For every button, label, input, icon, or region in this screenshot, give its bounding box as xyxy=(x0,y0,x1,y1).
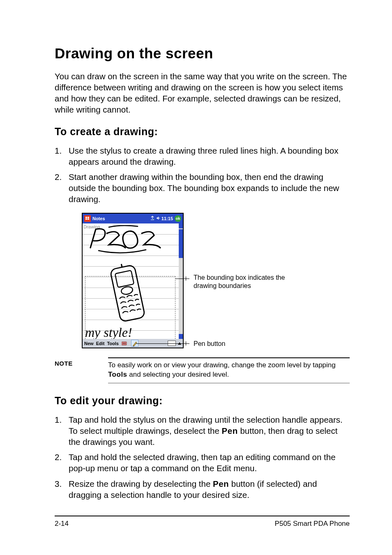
page-footer: 2-14 P505 Smart PDA Phone xyxy=(55,516,350,528)
svg-point-0 xyxy=(153,219,154,220)
menu-edit: Edit xyxy=(96,341,105,346)
section-create-title: To create a drawing: xyxy=(55,126,350,138)
list-item: 2. Tap and hold the selected drawing, th… xyxy=(55,451,350,474)
step-text: Start another drawing within the boundin… xyxy=(69,172,339,204)
note-text: To easily work on or view your drawing, … xyxy=(108,361,336,369)
menu-new: New xyxy=(84,341,94,346)
svg-rect-1 xyxy=(110,265,145,322)
ok-button-icon: ok xyxy=(175,215,181,222)
speaker-icon xyxy=(156,216,160,221)
create-steps-list: 1.Use the stylus to create a drawing thr… xyxy=(55,145,350,205)
clock-time: 11:15 xyxy=(161,216,173,221)
list-item: 1.Use the stylus to create a drawing thr… xyxy=(55,145,350,167)
step-text: Tap and hold the selected drawing, then … xyxy=(69,452,336,473)
intro-paragraph: You can draw on the screen in the same w… xyxy=(55,71,350,115)
svg-point-4 xyxy=(120,286,133,295)
app-title: Notes xyxy=(92,216,105,221)
signal-icon xyxy=(150,216,155,221)
footer-page-number: 2-14 xyxy=(55,520,69,528)
list-item: 3. Resize the drawing by deselecting the… xyxy=(55,478,350,500)
svg-point-8 xyxy=(125,343,126,344)
device-canvas: Drawing xyxy=(83,223,183,339)
windows-flag-icon xyxy=(84,215,91,222)
menu-tools: Tools xyxy=(107,341,119,346)
page-title: Drawing on the screen xyxy=(55,45,350,62)
device-titlebar: Notes 11:15 ok xyxy=(83,214,183,223)
svg-point-7 xyxy=(123,343,124,344)
list-item: 1. Tap and hold the stylus on the drawin… xyxy=(55,414,350,447)
list-item: 2.Start another drawing within the bound… xyxy=(55,171,350,205)
figure: Notes 11:15 ok xyxy=(82,213,350,350)
svg-rect-3 xyxy=(115,270,134,288)
document-page: Drawing on the screen You can draw on th… xyxy=(0,0,392,555)
note-block: NOTE To easily work on or view your draw… xyxy=(55,357,350,383)
handwriting-phone xyxy=(99,264,152,325)
step-text: Resize the drawing by deselecting the xyxy=(69,479,213,488)
svg-rect-6 xyxy=(122,342,127,345)
callout-pen-button: Pen button xyxy=(194,340,225,348)
record-icon xyxy=(121,340,129,346)
step-bold: Pen xyxy=(213,479,229,488)
step-text: Use the stylus to create a drawing three… xyxy=(69,146,338,166)
handwriting-p505 xyxy=(84,225,162,256)
edit-steps-list: 1. Tap and hold the stylus on the drawin… xyxy=(55,414,350,500)
section-edit-title: To edit your drawing: xyxy=(55,395,350,407)
note-label: NOTE xyxy=(55,357,108,367)
note-text: and selecting your desired level. xyxy=(127,371,229,378)
footer-product-name: P505 Smart PDA Phone xyxy=(275,520,350,528)
callout-bounding-box: The bounding box indicates the drawing b… xyxy=(194,274,300,290)
svg-line-2 xyxy=(121,264,122,267)
step-bold: Pen xyxy=(222,426,238,435)
svg-text:my style!: my style! xyxy=(85,325,132,340)
note-tools-keyword: Tools xyxy=(108,371,127,378)
device-screenshot: Notes 11:15 ok xyxy=(82,213,184,348)
note-body: To easily work on or view your drawing, … xyxy=(108,361,350,380)
device-scrollbar xyxy=(179,223,183,339)
